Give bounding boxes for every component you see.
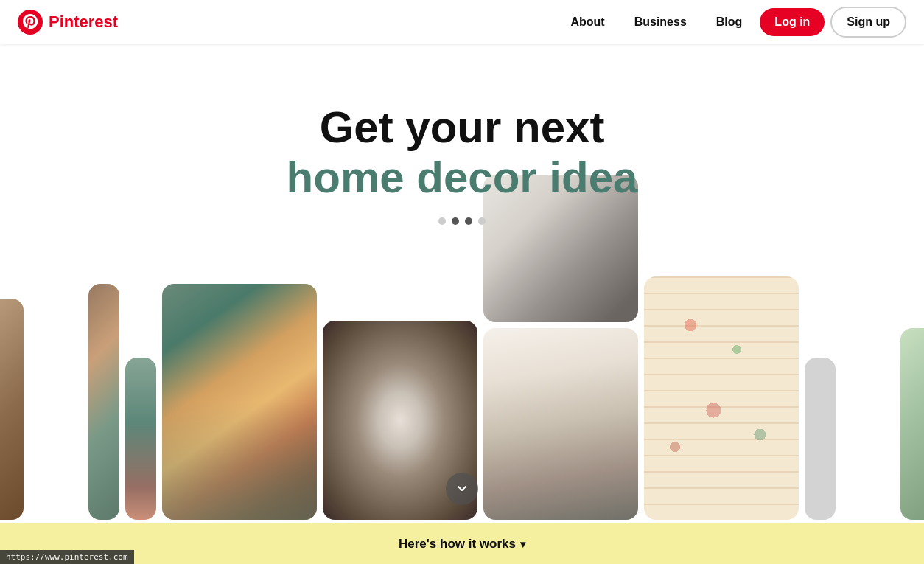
hero-text: Get your next home decor idea	[287, 103, 638, 203]
carousel-dots	[438, 217, 486, 225]
status-bar: https://www.pinterest.com	[0, 550, 134, 564]
header: Pinterest About Business Blog Log in Sig…	[0, 0, 924, 44]
dot-3[interactable]	[465, 217, 472, 225]
nav-about[interactable]: About	[559, 10, 616, 35]
nav-blog[interactable]: Blog	[704, 10, 755, 35]
status-url: https://www.pinterest.com	[6, 552, 128, 562]
logo[interactable]: Pinterest	[18, 10, 118, 35]
image-card-2	[125, 358, 156, 520]
image-card-far-right	[900, 328, 924, 520]
pinterest-logo-icon	[18, 10, 43, 35]
scroll-down-button[interactable]	[446, 473, 478, 505]
main-nav: About Business Blog Log in Sign up	[559, 7, 906, 38]
chevron-down-icon	[455, 481, 469, 496]
logo-text: Pinterest	[49, 13, 118, 32]
hero-title-line1: Get your next	[287, 103, 638, 152]
images-row	[0, 175, 924, 520]
image-card-8	[805, 358, 836, 520]
how-it-works-label: Here's how it works	[399, 537, 516, 551]
how-it-works-banner[interactable]: Here's how it works ▾	[0, 523, 924, 564]
hero-section: Get your next home decor idea	[0, 0, 924, 564]
image-card-3	[162, 284, 317, 520]
image-card-1	[88, 284, 119, 520]
signup-button[interactable]: Sign up	[830, 7, 906, 38]
dot-2[interactable]	[452, 217, 459, 225]
chevron-down-icon: ▾	[520, 538, 525, 550]
how-it-works-text: Here's how it works ▾	[399, 537, 525, 551]
nav-business[interactable]: Business	[623, 10, 699, 35]
right-edge-images	[900, 328, 924, 520]
hero-title-line2: home decor idea	[287, 152, 638, 203]
image-card-7	[644, 276, 799, 520]
dot-1[interactable]	[438, 217, 446, 225]
dot-4[interactable]	[478, 217, 486, 225]
image-card-6	[483, 328, 638, 520]
login-button[interactable]: Log in	[760, 8, 825, 36]
